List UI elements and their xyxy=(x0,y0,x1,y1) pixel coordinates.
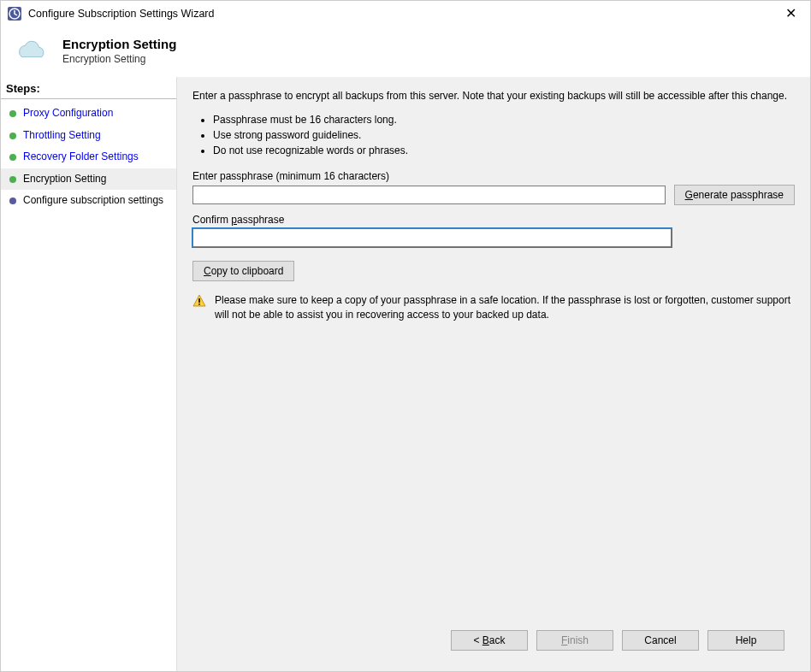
cloud-icon xyxy=(15,38,49,64)
rules-list: Passphrase must be 16 characters long. U… xyxy=(192,112,795,158)
intro-text: Enter a passphrase to encrypt all backup… xyxy=(192,89,795,103)
confirm-passphrase-row: Confirm passphrase xyxy=(192,214,795,247)
button-bar: < Back Finish Cancel Help xyxy=(192,620,795,663)
generate-label-rest: enerate passphrase xyxy=(693,189,784,201)
wizard-window: Configure Subscription Settings Wizard ✕… xyxy=(0,0,811,672)
confirm-passphrase-input[interactable] xyxy=(192,228,672,247)
content-panel: Enter a passphrase to encrypt all backup… xyxy=(176,77,810,671)
enter-passphrase-label: Enter passphrase (minimum 16 characters) xyxy=(192,170,795,182)
header-text: Encryption Setting Encryption Setting xyxy=(62,37,176,65)
step-bullet-icon xyxy=(9,197,16,204)
page-subtitle: Encryption Setting xyxy=(62,53,176,65)
enter-passphrase-input[interactable] xyxy=(192,186,666,204)
enter-passphrase-row: Enter passphrase (minimum 16 characters)… xyxy=(192,170,795,205)
step-configure-subscription-settings[interactable]: Configure subscription settings xyxy=(1,190,176,212)
confirm-passphrase-label: Confirm passphrase xyxy=(192,214,795,226)
step-throttling-setting[interactable]: Throttling Setting xyxy=(1,125,176,147)
warning-text: Please make sure to keep a copy of your … xyxy=(215,293,795,323)
svg-rect-2 xyxy=(198,304,200,305)
finish-button: Finish xyxy=(536,630,613,651)
step-label: Recovery Folder Settings xyxy=(23,150,139,164)
back-button[interactable]: < Back xyxy=(451,630,528,651)
page-title: Encryption Setting xyxy=(62,37,176,51)
rule-item: Use strong password guidelines. xyxy=(213,127,795,143)
steps-sidebar: Steps: Proxy Configuration Throttling Se… xyxy=(1,77,176,671)
svg-rect-1 xyxy=(198,298,200,303)
wizard-body: Steps: Proxy Configuration Throttling Se… xyxy=(1,77,810,671)
close-icon[interactable]: ✕ xyxy=(778,7,803,21)
titlebar: Configure Subscription Settings Wizard ✕ xyxy=(1,1,810,27)
app-icon xyxy=(8,7,21,21)
cancel-button[interactable]: Cancel xyxy=(622,630,699,651)
step-proxy-configuration[interactable]: Proxy Configuration xyxy=(1,103,176,125)
steps-label: Steps: xyxy=(1,77,176,99)
step-recovery-folder-settings[interactable]: Recovery Folder Settings xyxy=(1,146,176,168)
generate-passphrase-button[interactable]: Generate passphrase xyxy=(674,185,795,205)
step-label: Throttling Setting xyxy=(23,129,101,143)
steps-list: Proxy Configuration Throttling Setting R… xyxy=(1,99,176,212)
step-label: Encryption Setting xyxy=(23,173,106,186)
step-bullet-icon xyxy=(9,154,16,161)
copy-to-clipboard-button[interactable]: Copy to clipboard xyxy=(192,261,294,281)
window-title: Configure Subscription Settings Wizard xyxy=(28,8,778,20)
rule-item: Passphrase must be 16 characters long. xyxy=(213,112,795,127)
step-bullet-icon xyxy=(9,133,16,139)
step-label: Proxy Configuration xyxy=(23,107,113,121)
rule-item: Do not use recognizable words or phrases… xyxy=(213,143,795,158)
step-bullet-icon xyxy=(9,110,16,117)
step-bullet-icon xyxy=(9,176,16,183)
step-label: Configure subscription settings xyxy=(23,194,163,208)
help-button[interactable]: Help xyxy=(707,630,784,651)
warning-message: Please make sure to keep a copy of your … xyxy=(192,293,795,323)
warning-icon xyxy=(192,294,206,308)
step-encryption-setting[interactable]: Encryption Setting xyxy=(1,168,176,191)
wizard-header: Encryption Setting Encryption Setting xyxy=(1,27,810,77)
